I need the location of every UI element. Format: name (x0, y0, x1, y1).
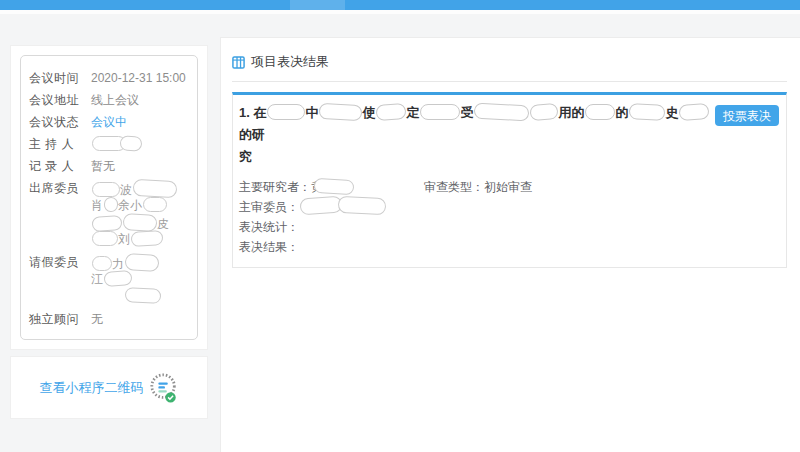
title-fragment: 用的 (558, 105, 584, 120)
redaction-blob (123, 213, 158, 232)
panel-header: 项目表决结果 (232, 53, 787, 82)
miniprogram-qr-icon[interactable] (149, 371, 179, 405)
advisor-value: 无 (91, 311, 103, 327)
redaction-blob (585, 104, 615, 120)
vote-stats-field: 表决统计： (239, 217, 779, 237)
name-fragment: 波 (120, 183, 132, 197)
redaction-blob (125, 253, 160, 272)
vote-item-head: 1. 在中使定受用的的史的研 究 投票表决 (239, 102, 779, 168)
title-fragment: 使 (362, 105, 375, 120)
absentee-name-line: 江 (91, 271, 161, 288)
redaction-blob (530, 103, 559, 121)
redaction-blob (319, 103, 363, 121)
main-reviewer-label: 主审委员： (239, 200, 299, 214)
host-value-redacted (91, 136, 142, 152)
redaction-blob (299, 196, 342, 216)
project-title-redacted: 1. 在中使定受用的的史的研 究 (239, 102, 715, 168)
title-fragment: 史 (665, 105, 678, 120)
redaction-blob (131, 230, 164, 247)
recorder-row: 记 录 人 暂无 (29, 158, 192, 174)
advisor-row: 独立顾问 无 (29, 311, 192, 327)
redaction-blob (104, 270, 133, 287)
attendees-label: 出席委员 (29, 180, 79, 248)
absentee-name-line: 力 (91, 254, 161, 271)
attendees-row: 出席委员 波 肖余小 皮 刘 (29, 180, 192, 248)
pi-review-row: 主要研究者：黄 审查类型：初始审查 (239, 177, 779, 197)
redaction-blob (92, 182, 120, 197)
redaction-blob (92, 231, 118, 246)
top-nav-bar (0, 0, 800, 10)
meeting-info-panel: 会议时间 2020-12-31 15:00 会议地址 线上会议 会议状态 会议中… (10, 45, 208, 350)
redaction-blob (679, 103, 710, 121)
vote-result-label: 表决结果： (239, 240, 299, 254)
absentees-row: 请假委员 力 江 (29, 254, 192, 305)
redaction-blob (92, 256, 112, 271)
vote-stats-label: 表决统计： (239, 220, 299, 234)
vote-item-card: 1. 在中使定受用的的史的研 究 投票表决 主要研究者：黄 审查类型：初始审查 … (232, 92, 787, 268)
recorder-label: 记 录 人 (29, 158, 79, 174)
redaction-blob (267, 104, 305, 120)
redaction-blob (376, 103, 407, 121)
vote-result-field: 表决结果： (239, 237, 779, 257)
meeting-info-card: 会议时间 2020-12-31 15:00 会议地址 线上会议 会议状态 会议中… (20, 55, 198, 340)
absentees-value-redacted: 力 江 (91, 254, 161, 305)
panel-title: 项目表决结果 (251, 53, 329, 71)
title-fragment: 中 (305, 105, 318, 120)
main-reviewer-field: 主审委员： (239, 197, 779, 217)
meeting-address-value: 线上会议 (91, 92, 139, 108)
title-fragment: 1. 在 (239, 105, 266, 120)
vote-results-panel: 项目表决结果 1. 在中使定受用的的史的研 究 投票表决 主要研究者：黄 审查类… (220, 37, 800, 452)
name-fragment: 余小 (118, 198, 142, 212)
name-fragment: 刘 (118, 232, 130, 246)
name-fragment: 肖 (91, 198, 103, 212)
redaction-blob (420, 104, 460, 120)
vote-button[interactable]: 投票表决 (715, 105, 779, 126)
vote-item-fields: 主要研究者：黄 审查类型：初始审查 主审委员： 表决统计： 表决结果： (239, 177, 779, 257)
redaction-blob (125, 287, 162, 304)
qr-code-card: 查看小程序二维码 (10, 356, 208, 419)
absentees-label: 请假委员 (29, 254, 79, 305)
top-nav-highlight (290, 0, 345, 10)
attendee-name-line: 肖余小 (91, 197, 177, 214)
redaction-blob (338, 196, 387, 215)
redaction-blob (474, 103, 530, 122)
advisor-label: 独立顾问 (29, 311, 79, 327)
redaction-blob (314, 178, 355, 195)
title-fragment: 定 (406, 105, 419, 120)
attendee-name-line: 刘 (91, 231, 177, 248)
meeting-address-row: 会议地址 线上会议 (29, 92, 192, 108)
title-fragment: 受 (460, 105, 473, 120)
recorder-value: 暂无 (91, 158, 115, 174)
title-fragment: 的 (615, 105, 628, 120)
meeting-time-row: 会议时间 2020-12-31 15:00 (29, 70, 192, 86)
review-type-value: 初始审查 (484, 180, 532, 194)
name-fragment: 皮 (157, 217, 169, 231)
attendee-name-line: 皮 (91, 214, 177, 231)
name-fragment: 力 (112, 257, 124, 271)
ledger-icon (232, 56, 245, 69)
meeting-status-badge: 会议中 (91, 114, 127, 130)
redaction-blob (104, 197, 119, 213)
meeting-status-row: 会议状态 会议中 (29, 114, 192, 130)
principal-investigator-field: 主要研究者：黄 (239, 177, 424, 197)
host-label: 主 持 人 (29, 136, 79, 152)
meeting-time-label: 会议时间 (29, 70, 79, 86)
review-type-field: 审查类型：初始审查 (424, 177, 532, 197)
redaction-blob (120, 135, 143, 151)
redaction-blob (92, 215, 123, 232)
redaction-blob (133, 179, 178, 198)
redaction-blob (629, 103, 666, 121)
top-bar-divider (0, 10, 800, 14)
meeting-time-value: 2020-12-31 15:00 (91, 70, 186, 86)
absentee-name-line (91, 288, 161, 305)
meeting-status-label: 会议状态 (29, 114, 79, 130)
attendee-name-line: 波 (91, 180, 177, 197)
review-type-label: 审查类型： (424, 180, 484, 194)
redaction-blob (143, 197, 167, 212)
meeting-address-label: 会议地址 (29, 92, 79, 108)
host-row: 主 持 人 (29, 136, 192, 152)
attendees-value-redacted: 波 肖余小 皮 刘 (91, 180, 177, 248)
title-fragment-line2: 究 (239, 146, 715, 168)
title-fragment: 的研 (239, 127, 265, 142)
view-miniprogram-qr-link[interactable]: 查看小程序二维码 (40, 379, 144, 397)
